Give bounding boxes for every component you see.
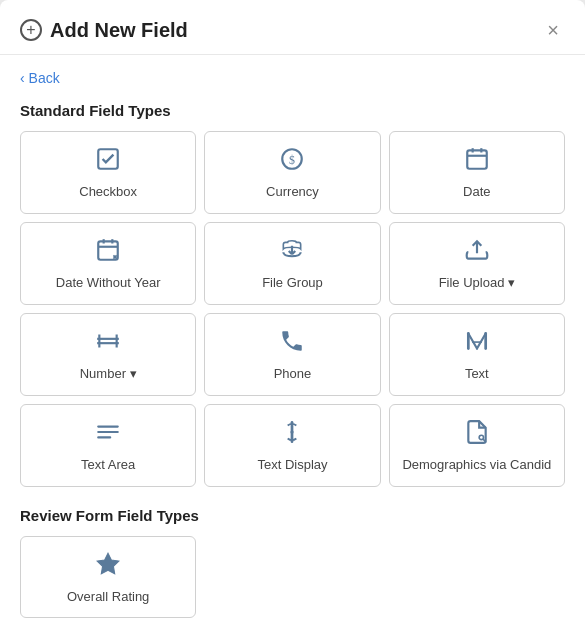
phone-icon — [279, 328, 305, 358]
field-card-date-label: Date — [463, 184, 490, 201]
number-icon — [95, 328, 121, 358]
field-card-text-label: Text — [465, 366, 489, 383]
close-button[interactable]: × — [541, 18, 565, 42]
add-new-field-modal: + Add New Field × ‹ Back Standard Field … — [0, 0, 585, 638]
field-card-checkbox[interactable]: Checkbox — [20, 131, 196, 214]
plus-icon: + — [20, 19, 42, 41]
svg-text:$: $ — [290, 153, 296, 167]
svg-point-26 — [291, 430, 294, 433]
star-icon — [95, 551, 121, 581]
text-icon — [464, 328, 490, 358]
field-card-currency[interactable]: $ Currency — [204, 131, 380, 214]
field-card-file-upload-label: File Upload ▾ — [439, 275, 515, 292]
standard-section-title: Standard Field Types — [20, 102, 565, 119]
modal-title: + Add New Field — [20, 19, 188, 42]
field-card-phone-label: Phone — [274, 366, 312, 383]
field-card-date[interactable]: Date — [389, 131, 565, 214]
review-section-title: Review Form Field Types — [20, 507, 565, 524]
svg-rect-3 — [467, 150, 487, 168]
field-card-text-area[interactable]: Text Area — [20, 404, 196, 487]
svg-point-27 — [479, 435, 483, 439]
field-card-text-display[interactable]: Text Display — [204, 404, 380, 487]
field-card-currency-label: Currency — [266, 184, 319, 201]
field-card-number[interactable]: Number ▾ — [20, 313, 196, 396]
review-field-grid: Overall Rating — [20, 536, 565, 619]
modal-body: ‹ Back Standard Field Types Checkbox $ C… — [0, 55, 585, 638]
date-icon — [464, 146, 490, 176]
field-card-checkbox-label: Checkbox — [79, 184, 137, 201]
field-card-date-without-year[interactable]: Date Without Year — [20, 222, 196, 305]
field-card-demographics[interactable]: Demographics via Candid — [389, 404, 565, 487]
field-card-overall-rating[interactable]: Overall Rating — [20, 536, 196, 619]
text-area-icon — [95, 419, 121, 449]
field-card-text-area-label: Text Area — [81, 457, 135, 474]
field-card-phone[interactable]: Phone — [204, 313, 380, 396]
back-link[interactable]: ‹ Back — [20, 70, 60, 86]
standard-field-grid: Checkbox $ Currency Date — [20, 131, 565, 487]
field-card-demographics-label: Demographics via Candid — [402, 457, 551, 474]
field-card-file-group-label: File Group — [262, 275, 323, 292]
field-card-text[interactable]: Text — [389, 313, 565, 396]
field-card-date-without-year-label: Date Without Year — [56, 275, 161, 292]
file-upload-icon — [464, 237, 490, 267]
date-without-year-icon — [95, 237, 121, 267]
text-display-icon — [279, 419, 305, 449]
field-card-number-label: Number ▾ — [80, 366, 137, 383]
field-card-text-display-label: Text Display — [257, 457, 327, 474]
checkbox-icon — [95, 146, 121, 176]
field-card-file-upload[interactable]: File Upload ▾ — [389, 222, 565, 305]
currency-icon: $ — [279, 146, 305, 176]
file-group-icon — [279, 237, 305, 267]
field-card-overall-rating-label: Overall Rating — [67, 589, 149, 606]
demographics-icon — [464, 419, 490, 449]
field-card-file-group[interactable]: File Group — [204, 222, 380, 305]
modal-header: + Add New Field × — [0, 0, 585, 55]
svg-marker-29 — [97, 553, 119, 574]
